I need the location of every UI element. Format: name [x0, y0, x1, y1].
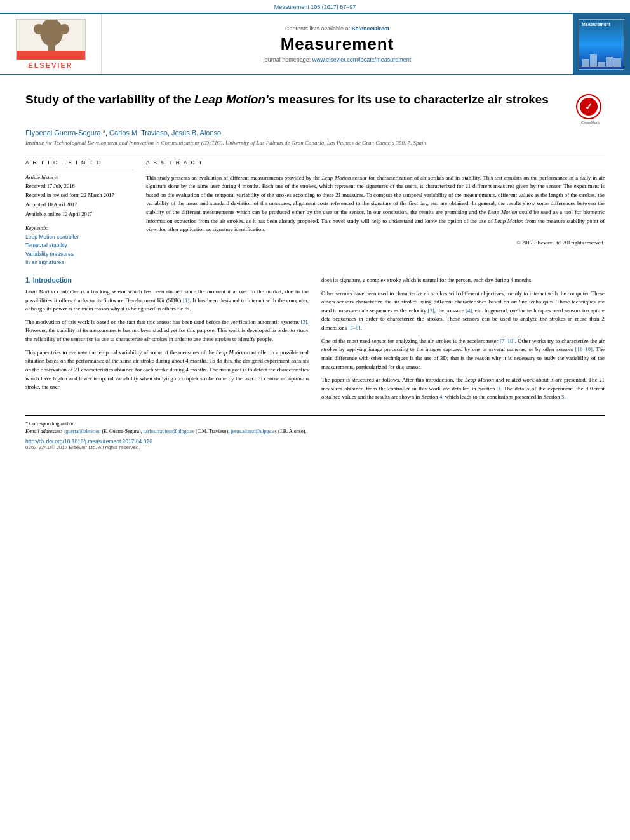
journal-ref-text: Measurement 105 (2017) 87–97 [274, 4, 356, 10]
article-info-heading: A R T I C L E I N F O [25, 159, 133, 166]
journal-header: ELSEVIER ELSEVIER Contents lists availab… [0, 13, 630, 75]
keyword-3: Variability measures [25, 250, 133, 259]
cover-bar-5 [613, 58, 621, 67]
doi-text[interactable]: http://dx.doi.org/10.1016/j.measurement.… [25, 438, 152, 444]
cover-title: Measurement [582, 22, 621, 27]
keywords-label: Keywords: [25, 225, 133, 231]
section1-para6: One of the most used sensor for analyzin… [321, 337, 605, 372]
title-part2: measures for its use to characterize air… [275, 93, 549, 106]
received-revised-date: Received in revised form 22 March 2017 [25, 191, 133, 199]
journal-branding-center: Contents lists available at ScienceDirec… [102, 14, 573, 74]
footer-section: * Corresponding author. E-mail addresses… [25, 415, 605, 450]
available-date: Available online 12 April 2017 [25, 210, 133, 218]
elsevier-logo-svg: ELSEVIER [17, 20, 86, 60]
body-right-col: does its signature, a complex stroke whi… [321, 276, 605, 406]
copyright-notice: © 2017 Elsevier Ltd. All rights reserved… [146, 239, 605, 246]
keywords-section: Keywords: Leap Motion controller Tempora… [25, 225, 133, 267]
abstract-column: A B S T R A C T This study presents an e… [146, 159, 605, 267]
abstract-divider [146, 170, 605, 170]
main-content: Study of the variability of the Leap Mot… [0, 75, 630, 460]
title-part1: Study of the variability of the [25, 93, 194, 106]
accepted-date: Accepted 10 April 2017 [25, 201, 133, 209]
abstract-heading: A B S T R A C T [146, 159, 605, 166]
article-title: Study of the variability of the Leap Mot… [25, 91, 568, 109]
article-title-section: Study of the variability of the Leap Mot… [25, 85, 605, 123]
crossmark-label: CrossMark [576, 121, 605, 124]
divider-after-affiliation [25, 154, 605, 154]
author-names: Elyoenai Guerra-Segura *, Carlos M. Trav… [25, 129, 221, 137]
crossmark-inner: ✓ [580, 98, 598, 116]
svg-rect-5 [48, 44, 55, 51]
article-info-abstract: A R T I C L E I N F O Article history: R… [25, 159, 605, 267]
journal-reference: Measurement 105 (2017) 87–97 [0, 0, 630, 13]
corresponding-note-text: * Corresponding author. [25, 421, 75, 427]
sciencedirect-label[interactable]: ScienceDirect [352, 25, 390, 32]
article-info-column: A R T I C L E I N F O Article history: R… [25, 159, 133, 267]
cover-bar-2 [590, 54, 598, 67]
elsevier-logo-section: ELSEVIER ELSEVIER [0, 14, 102, 74]
abstract-text: This study presents an evaluation of dif… [146, 174, 605, 234]
corresponding-note: * Corresponding author. [25, 421, 605, 427]
doi-line[interactable]: http://dx.doi.org/10.1016/j.measurement.… [25, 438, 605, 444]
journal-cover-section: Measurement [573, 14, 630, 74]
svg-point-3 [34, 24, 44, 34]
issn-line: 0263-2241/© 2017 Elsevier Ltd. All right… [25, 444, 605, 450]
keyword-4: In air signatures [25, 258, 133, 267]
svg-text:ELSEVIER: ELSEVIER [40, 55, 62, 60]
elsevier-logo: ELSEVIER ELSEVIER [16, 19, 86, 69]
svg-point-2 [40, 20, 63, 46]
section1-para4: does its signature, a complex stroke whi… [321, 276, 605, 285]
sciencedirect-prefix: Contents lists available at [285, 25, 352, 32]
cover-bar-3 [598, 62, 605, 67]
received-date: Received 17 July 2016 [25, 182, 133, 190]
email-line: E-mail addresses: eguerra@idetic.eu (E. … [25, 429, 605, 434]
affiliation: Institute for Technological Development … [25, 139, 605, 147]
authors: Elyoenai Guerra-Segura *, Carlos M. Trav… [25, 129, 605, 137]
sciencedirect-line: Contents lists available at ScienceDirec… [285, 25, 389, 32]
section1-para3: This paper tries to evaluate the tempora… [25, 349, 309, 392]
journal-homepage: journal homepage: www.elsevier.com/locat… [264, 57, 412, 63]
journal-title: Measurement [281, 34, 394, 54]
section1-title: 1. Introduction [25, 276, 309, 284]
email-label: E-mail addresses: [25, 429, 62, 434]
crossmark-badge: ✓ CrossMark [576, 94, 605, 123]
elsevier-logo-image: ELSEVIER [16, 19, 86, 60]
history-label: Article history: [25, 174, 133, 180]
info-divider [25, 170, 133, 170]
homepage-prefix: journal homepage: [264, 57, 312, 63]
svg-rect-1 [17, 52, 86, 60]
body-left-col: 1. Introduction Leap Motion controller i… [25, 276, 309, 406]
keyword-2: Temporal stability [25, 241, 133, 250]
cover-bar-4 [606, 57, 613, 67]
journal-cover-thumbnail: Measurement [579, 19, 624, 70]
keyword-1: Leap Motion controller [25, 233, 133, 242]
cover-decoration [582, 54, 621, 67]
homepage-url[interactable]: www.elsevier.com/locate/measurement [312, 57, 412, 63]
section1-para7: The paper is structured as follows. Afte… [321, 376, 605, 402]
body-content: 1. Introduction Leap Motion controller i… [25, 276, 605, 406]
section1-para5: Other sensors have been used to characte… [321, 290, 605, 333]
title-italic: Leap Motion's [194, 93, 275, 106]
section1-para2: The motivation of this work is based on … [25, 318, 309, 344]
svg-point-4 [59, 24, 69, 34]
crossmark-circle: ✓ [576, 94, 601, 119]
cover-bar-1 [582, 59, 589, 67]
article-title-text: Study of the variability of the Leap Mot… [25, 91, 568, 109]
elsevier-label: ELSEVIER [28, 62, 72, 69]
section1-para1: Leap Motion controller is a tracking sen… [25, 288, 309, 314]
